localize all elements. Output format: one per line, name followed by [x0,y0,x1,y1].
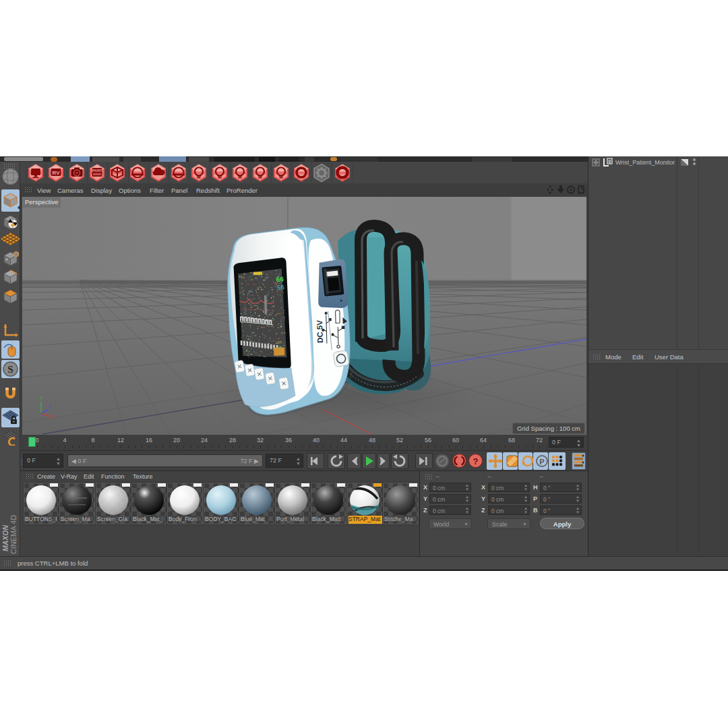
svg-text:120: 120 [276,345,282,349]
svg-text:66: 66 [276,276,284,283]
svg-text:Z: Z [49,404,52,410]
svg-text:183: 183 [276,340,282,344]
svg-text:?: ? [473,456,479,466]
svg-text:X: X [52,414,56,420]
svg-text:PAINT: PAINT [92,169,102,173]
svg-text:S: S [7,364,13,375]
svg-text:Y: Y [39,395,43,401]
svg-text:P: P [539,458,544,466]
svg-text:0: 0 [609,159,611,164]
svg-text:RV: RV [53,170,61,176]
svg-text:56: 56 [276,284,284,291]
